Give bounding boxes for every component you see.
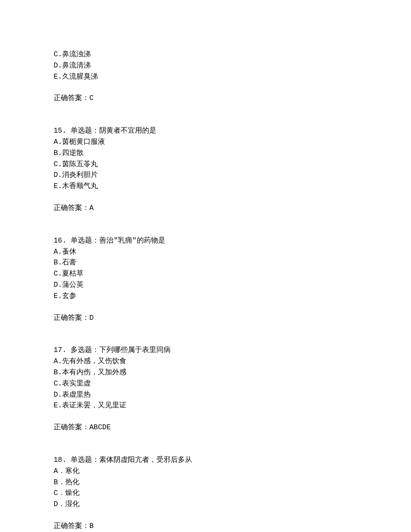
answer-text: 正确答案：ABCDE bbox=[54, 422, 357, 433]
option-e: E.玄参 bbox=[54, 291, 357, 302]
question-header: 18. 单选题：素体阴虚阳亢者，受邪后多从 bbox=[54, 455, 357, 466]
option-b: B.石膏 bbox=[54, 257, 357, 268]
option-a: A.蚤休 bbox=[54, 247, 357, 258]
option-b: B.四逆散 bbox=[54, 148, 357, 159]
option-c: C.鼻流浊涕 bbox=[54, 49, 357, 60]
option-b: B．热化 bbox=[54, 477, 357, 488]
answer-text: 正确答案：D bbox=[54, 313, 357, 324]
question-14-partial: C.鼻流浊涕 D.鼻流清涕 E.久流腥臭涕 正确答案：C bbox=[54, 49, 357, 104]
option-c: C．燥化 bbox=[54, 488, 357, 499]
option-c: C.茵陈五苓丸 bbox=[54, 159, 357, 170]
option-c: C.夏枯草 bbox=[54, 268, 357, 280]
option-e: E.表证未罢，又见里证 bbox=[54, 400, 357, 411]
option-d: D.蒲公英 bbox=[54, 280, 357, 291]
question-15: 15. 单选题：阴黄者不宜用的是 A.茵栀黄口服液 B.四逆散 C.茵陈五苓丸 … bbox=[54, 126, 357, 214]
option-e: E.久流腥臭涕 bbox=[54, 71, 357, 83]
option-b: B.本有内伤，又加外感 bbox=[54, 367, 357, 378]
question-header: 17. 多选题：下列哪些属于表里同病 bbox=[54, 345, 357, 356]
option-a: A.茵栀黄口服液 bbox=[54, 137, 357, 148]
option-e: E.木香顺气丸 bbox=[54, 181, 357, 192]
option-d: D.鼻流清涕 bbox=[54, 60, 357, 71]
answer-text: 正确答案：C bbox=[54, 93, 357, 104]
question-header: 16. 单选题：善治"乳痈"的药物是 bbox=[54, 235, 357, 247]
option-c: C.表实里虚 bbox=[54, 378, 357, 390]
option-d: D．湿化 bbox=[54, 499, 357, 510]
question-header: 15. 单选题：阴黄者不宜用的是 bbox=[54, 126, 357, 137]
option-d: D.消炎利胆片 bbox=[54, 170, 357, 181]
answer-text: 正确答案：B bbox=[54, 521, 357, 532]
question-16: 16. 单选题：善治"乳痈"的药物是 A.蚤休 B.石膏 C.夏枯草 D.蒲公英… bbox=[54, 235, 357, 324]
question-17: 17. 多选题：下列哪些属于表里同病 A.先有外感，又伤饮食 B.本有内伤，又加… bbox=[54, 345, 357, 433]
option-d: D.表虚里热 bbox=[54, 390, 357, 401]
answer-text: 正确答案：A bbox=[54, 203, 357, 214]
option-a: A.先有外感，又伤饮食 bbox=[54, 356, 357, 367]
option-a: A．寒化 bbox=[54, 466, 357, 477]
question-18: 18. 单选题：素体阴虚阳亢者，受邪后多从 A．寒化 B．热化 C．燥化 D．湿… bbox=[54, 455, 357, 532]
